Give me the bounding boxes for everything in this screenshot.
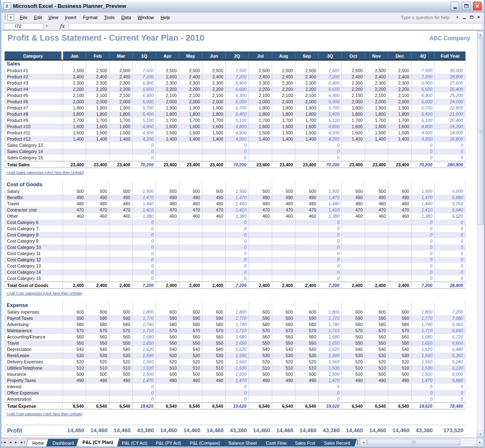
cell-quarter[interactable]: 1,410 [319, 207, 342, 213]
cell-month[interactable]: 1,900 [179, 105, 202, 111]
cell-month[interactable]: 23,400 [295, 161, 319, 168]
cell-month[interactable]: 490 [342, 377, 365, 384]
cell-month[interactable] [86, 142, 110, 149]
cell-month[interactable]: 2,200 [365, 86, 388, 93]
row-label[interactable]: Profit [5, 425, 63, 435]
cell-month[interactable]: 1,700 [202, 117, 226, 124]
cell-full-year[interactable]: 0 [435, 226, 466, 232]
cell-month[interactable]: 490 [295, 195, 319, 201]
cell-full-year[interactable]: 5,640 [435, 207, 466, 213]
cell-month[interactable]: 2,500 [295, 68, 319, 74]
cell-month[interactable]: 500 [110, 188, 133, 195]
scroll-right-button[interactable]: ► [477, 439, 483, 446]
cell-month[interactable]: 2,400 [295, 282, 319, 288]
cell-quarter[interactable]: 4,800 [133, 124, 156, 130]
cell-full-year[interactable]: 6,960 [435, 321, 466, 328]
cell-quarter[interactable]: 1,800 [226, 309, 249, 315]
cell-quarter[interactable]: 0 [226, 263, 249, 269]
row-label[interactable]: Maintanence [5, 328, 63, 334]
cell-month[interactable]: 2,000 [295, 99, 319, 105]
cell-month[interactable]: 500 [295, 188, 319, 195]
cell-month[interactable] [86, 219, 110, 226]
cell-month[interactable] [272, 149, 295, 155]
cell-month[interactable]: 2,500 [63, 68, 86, 74]
cell-quarter[interactable]: 1,470 [412, 195, 435, 201]
add-categories-link[interactable]: +Add Cost categories (click here then Un… [6, 291, 83, 295]
cell-month[interactable]: 490 [156, 377, 179, 384]
cell-quarter[interactable]: 6,600 [133, 86, 156, 93]
cell-quarter[interactable]: 0 [319, 219, 342, 226]
cell-month[interactable] [179, 251, 202, 257]
cell-month[interactable]: 1,400 [272, 136, 295, 142]
cell-month[interactable] [179, 61, 202, 68]
cell-month[interactable]: 460 [156, 213, 179, 219]
cell-quarter[interactable]: 0 [319, 232, 342, 238]
cell-month[interactable]: 520 [202, 359, 226, 365]
cell-month[interactable] [156, 275, 179, 282]
col-header-sep[interactable]: Sep [295, 51, 319, 60]
row-label[interactable]: Cost Category 12 [5, 257, 63, 263]
cell-month[interactable]: 2,400 [156, 74, 179, 80]
cell-month[interactable]: 560 [272, 334, 295, 340]
cell-quarter[interactable] [226, 302, 249, 309]
row-label[interactable]: Salary [5, 188, 63, 195]
cell-month[interactable]: 23,400 [249, 161, 272, 168]
cell-month[interactable] [388, 149, 412, 155]
cell-month[interactable] [179, 232, 202, 238]
cell-month[interactable]: 1,600 [365, 124, 388, 130]
cell-month[interactable]: 2,500 [342, 68, 365, 74]
cell-month[interactable] [202, 155, 226, 161]
cell-full-year[interactable]: 0 [435, 396, 466, 402]
cell-quarter[interactable]: 0 [226, 390, 249, 396]
cell-month[interactable]: 1,800 [63, 111, 86, 117]
cell-full-year[interactable]: 16,800 [435, 136, 466, 142]
cell-month[interactable]: 560 [388, 334, 412, 340]
tab-sales-record[interactable]: Sales Record [318, 439, 357, 446]
cell-month[interactable]: 2,200 [86, 86, 110, 93]
cell-month[interactable]: 470 [365, 207, 388, 213]
cell-month[interactable]: 2,100 [63, 93, 86, 99]
cell-month[interactable]: 560 [156, 334, 179, 340]
cell-month[interactable] [342, 251, 365, 257]
cell-quarter[interactable]: 1,650 [226, 340, 249, 346]
horizontal-scroll-thumb[interactable] [367, 439, 461, 446]
cell-month[interactable]: 480 [365, 201, 388, 207]
cell-month[interactable]: 530 [110, 353, 133, 359]
cell-month[interactable]: 590 [272, 315, 295, 321]
cell-quarter[interactable]: 5,400 [133, 111, 156, 117]
row-label[interactable]: Payroll Taxes [5, 315, 63, 321]
cell-month[interactable]: 460 [249, 213, 272, 219]
cell-month[interactable]: 600 [249, 309, 272, 315]
row-label[interactable]: Sales Category 13 [5, 142, 63, 149]
cell-quarter[interactable]: 1,500 [226, 188, 249, 195]
cell-month[interactable]: 2,000 [365, 99, 388, 105]
cell-month[interactable] [202, 226, 226, 232]
cell-month[interactable]: 2,400 [342, 282, 365, 288]
cell-month[interactable]: 2,400 [272, 282, 295, 288]
cell-month[interactable] [86, 275, 110, 282]
cell-month[interactable]: 580 [388, 321, 412, 328]
cell-quarter[interactable]: 0 [226, 384, 249, 390]
cell-month[interactable] [272, 155, 295, 161]
cell-month[interactable]: 510 [388, 365, 412, 371]
cell-full-year[interactable]: 6,600 [435, 340, 466, 346]
cell-month[interactable]: 2,400 [365, 74, 388, 80]
cell-quarter[interactable]: 4,500 [412, 130, 435, 136]
workbook-restore-button[interactable] [470, 16, 473, 19]
cell-month[interactable] [342, 275, 365, 282]
cell-month[interactable] [86, 384, 110, 390]
previous-sheet-button[interactable]: ◄ [8, 441, 12, 444]
cell-quarter[interactable]: 4,800 [319, 124, 342, 130]
cell-month[interactable]: 2,000 [202, 99, 226, 105]
cell-month[interactable]: 590 [249, 315, 272, 321]
cell-quarter[interactable]: 0 [412, 232, 435, 238]
cell-quarter[interactable]: 1,710 [226, 328, 249, 334]
cell-quarter[interactable]: 7,200 [226, 74, 249, 80]
cell-month[interactable] [110, 263, 133, 269]
cell-month[interactable] [272, 226, 295, 232]
cell-month[interactable] [179, 302, 202, 309]
cell-quarter[interactable]: 0 [133, 226, 156, 232]
cell-quarter[interactable]: 1,800 [319, 309, 342, 315]
cell-month[interactable] [295, 390, 319, 396]
cell-month[interactable] [63, 302, 86, 309]
